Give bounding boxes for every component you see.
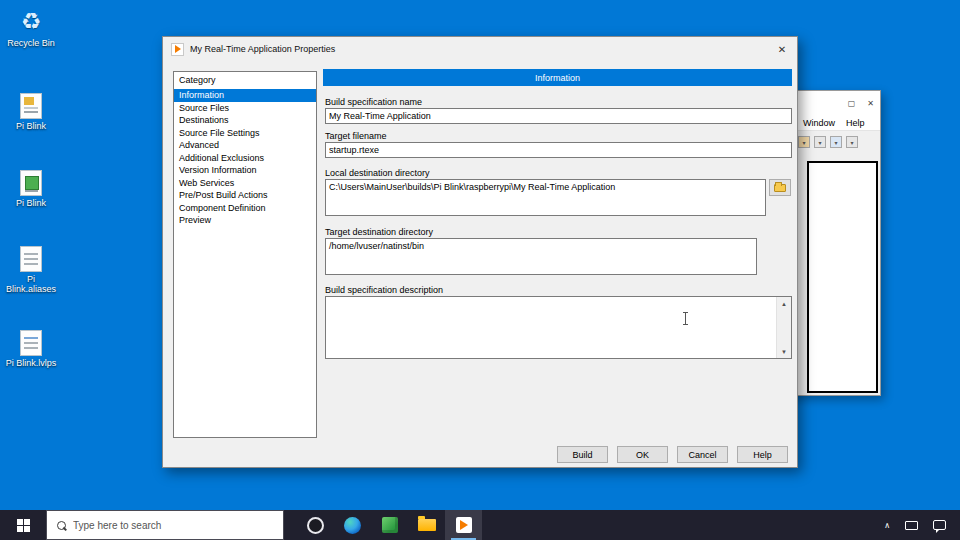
category-destinations[interactable]: Destinations bbox=[174, 114, 316, 127]
category-preview[interactable]: Preview bbox=[174, 214, 316, 227]
build-spec-name-label: Build specification name bbox=[325, 97, 422, 107]
menu-item-window[interactable]: Window bbox=[803, 118, 835, 128]
category-information[interactable]: Information bbox=[174, 89, 316, 102]
labview-dialog-icon bbox=[171, 43, 184, 56]
desktop-icon-pi-blink-lvlps[interactable]: Pi Blink.lvlps bbox=[2, 330, 60, 368]
category-source-files[interactable]: Source Files bbox=[174, 102, 316, 115]
category-additional-exclusions[interactable]: Additional Exclusions bbox=[174, 152, 316, 165]
desktop-icon-recycle-bin[interactable]: ♻ Recycle Bin bbox=[2, 6, 60, 48]
taskbar-edge[interactable] bbox=[334, 510, 371, 540]
file-explorer-icon bbox=[418, 519, 436, 531]
desktop-icon-label: Recycle Bin bbox=[2, 38, 60, 48]
help-button[interactable]: Help bbox=[737, 446, 788, 463]
description-input[interactable] bbox=[326, 297, 777, 358]
target-filename-label: Target filename bbox=[325, 131, 387, 141]
description-label: Build specification description bbox=[325, 285, 443, 295]
reorder-objects-icon[interactable]: ▾ bbox=[846, 136, 858, 148]
build-spec-name-input[interactable] bbox=[325, 108, 792, 124]
browse-folder-button[interactable] bbox=[769, 179, 791, 196]
category-pre-post-build-actions[interactable]: Pre/Post Build Actions bbox=[174, 189, 316, 202]
taskbar-circular-app[interactable] bbox=[297, 510, 334, 540]
category-component-definition[interactable]: Component Definition bbox=[174, 202, 316, 215]
front-panel-canvas[interactable] bbox=[807, 161, 878, 393]
description-scrollbar[interactable]: ▲ ▼ bbox=[776, 297, 791, 358]
category-web-services[interactable]: Web Services bbox=[174, 177, 316, 190]
lvlps-file-icon bbox=[20, 330, 42, 356]
category-header: Category bbox=[174, 72, 316, 89]
start-button[interactable] bbox=[0, 510, 46, 540]
align-objects-icon[interactable]: ▾ bbox=[814, 136, 826, 148]
local-destination-label: Local destination directory bbox=[325, 168, 430, 178]
desktop-icon-label: Pi Blink bbox=[2, 121, 60, 131]
labview-icon bbox=[456, 517, 472, 533]
target-destination-label: Target destination directory bbox=[325, 227, 433, 237]
font-settings-icon[interactable]: ▾ bbox=[798, 136, 810, 148]
desktop-icon-pi-blink-1[interactable]: Pi Blink bbox=[2, 93, 60, 131]
action-center-icon[interactable] bbox=[933, 520, 946, 530]
build-button[interactable]: Build bbox=[557, 446, 608, 463]
system-tray: ∧ bbox=[884, 510, 960, 540]
category-version-information[interactable]: Version Information bbox=[174, 164, 316, 177]
taskbar-labview[interactable] bbox=[445, 510, 482, 540]
text-cursor bbox=[685, 312, 686, 325]
target-filename-input[interactable] bbox=[325, 142, 792, 158]
desktop-icon-pi-blink-aliases[interactable]: Pi Blink.aliases bbox=[2, 246, 60, 294]
circular-app-icon bbox=[307, 517, 324, 534]
desktop-icon-label: Pi Blink bbox=[2, 198, 60, 208]
windows-logo-icon bbox=[17, 519, 30, 532]
close-icon[interactable]: ✕ bbox=[861, 91, 880, 115]
local-destination-input[interactable]: C:\Users\MainUser\builds\Pi Blink\raspbe… bbox=[325, 179, 766, 216]
description-box: ▲ ▼ bbox=[325, 296, 792, 359]
desktop-icon-label: Pi Blink.lvlps bbox=[2, 358, 60, 368]
taskbar: ∧ bbox=[0, 510, 960, 540]
taskbar-search[interactable] bbox=[46, 510, 284, 540]
desktop-icon-pi-blink-2[interactable]: Pi Blink bbox=[2, 170, 60, 208]
dialog-title: My Real-Time Application Properties bbox=[190, 44, 335, 54]
recycle-bin-icon: ♻ bbox=[18, 6, 44, 36]
scroll-up-icon[interactable]: ▲ bbox=[777, 297, 791, 310]
target-destination-input[interactable]: /home/lvuser/natinst/bin bbox=[325, 238, 757, 275]
folder-icon bbox=[774, 184, 786, 192]
green-cube-icon bbox=[382, 517, 398, 533]
ok-button[interactable]: OK bbox=[617, 446, 668, 463]
search-icon bbox=[57, 521, 66, 530]
close-button[interactable]: ✕ bbox=[767, 37, 797, 61]
taskbar-file-explorer[interactable] bbox=[408, 510, 445, 540]
scroll-down-icon[interactable]: ▼ bbox=[777, 345, 791, 358]
category-advanced[interactable]: Advanced bbox=[174, 139, 316, 152]
touch-keyboard-icon[interactable] bbox=[905, 521, 918, 530]
aliases-file-icon bbox=[20, 246, 42, 272]
taskbar-app-icons bbox=[297, 510, 482, 540]
category-source-file-settings[interactable]: Source File Settings bbox=[174, 127, 316, 140]
distribute-objects-icon[interactable]: ▾ bbox=[830, 136, 842, 148]
build-properties-dialog: My Real-Time Application Properties ✕ Ca… bbox=[162, 36, 798, 468]
taskbar-vipm[interactable] bbox=[371, 510, 408, 540]
cancel-button[interactable]: Cancel bbox=[677, 446, 728, 463]
desktop-icon-label: Pi Blink.aliases bbox=[2, 274, 60, 294]
search-input[interactable] bbox=[73, 520, 253, 531]
category-listbox: Category Information Source Files Destin… bbox=[173, 71, 317, 438]
menu-item-help[interactable]: Help bbox=[846, 118, 865, 128]
labview-vi-file-icon bbox=[20, 170, 42, 196]
dialog-titlebar[interactable]: My Real-Time Application Properties bbox=[163, 37, 797, 61]
edge-icon bbox=[344, 517, 361, 534]
maximize-icon[interactable]: ▢ bbox=[842, 91, 861, 115]
section-header: Information bbox=[323, 69, 792, 86]
chevron-up-icon[interactable]: ∧ bbox=[884, 521, 890, 530]
labview-project-file-icon bbox=[20, 93, 42, 119]
